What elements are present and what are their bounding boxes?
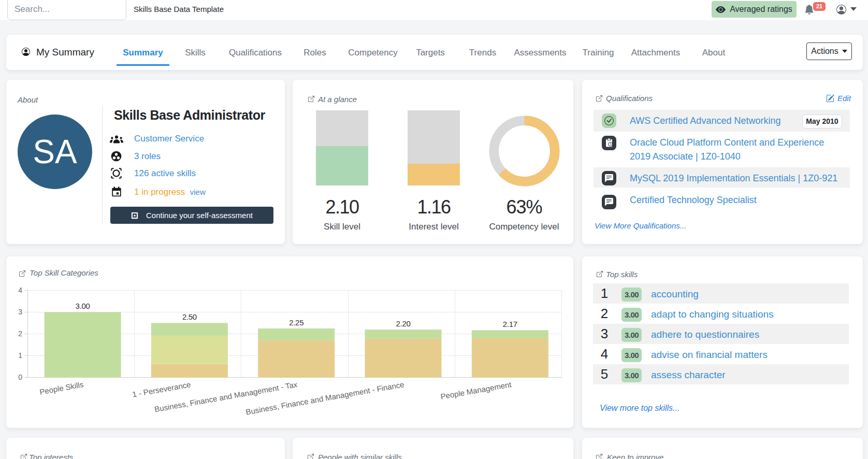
svg-text:0: 0	[18, 373, 22, 381]
svg-text:3: 3	[18, 308, 22, 316]
svg-text:2.25: 2.25	[289, 318, 303, 327]
svg-text:2.50: 2.50	[182, 312, 197, 321]
svg-text:People Skills: People Skills	[39, 380, 84, 396]
svg-text:1 - Perseverance: 1 - Perseverance	[132, 380, 191, 399]
svg-text:2.20: 2.20	[396, 319, 411, 328]
svg-text:People Management: People Management	[440, 380, 512, 401]
svg-text:1: 1	[18, 351, 22, 360]
svg-text:4: 4	[18, 286, 22, 294]
svg-text:2.17: 2.17	[503, 320, 517, 328]
svg-text:2: 2	[18, 329, 22, 338]
svg-text:3.00: 3.00	[76, 302, 90, 310]
